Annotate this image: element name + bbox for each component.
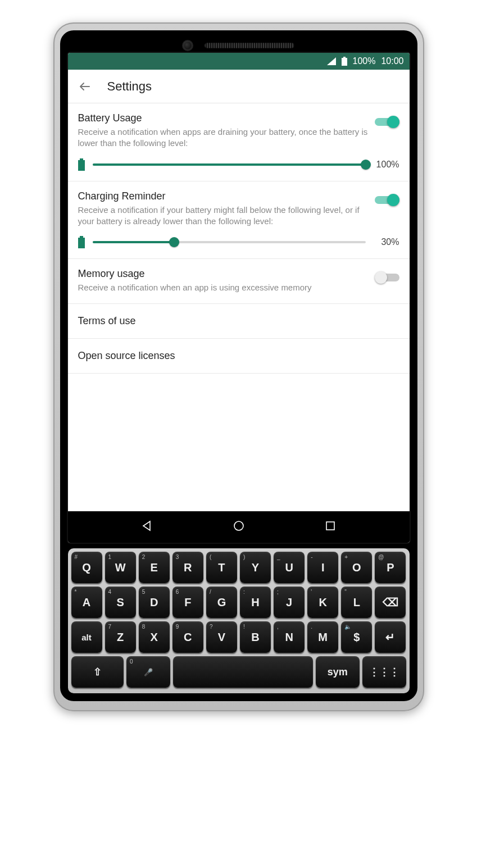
key-w[interactable]: 1W — [105, 552, 136, 583]
nav-home-button[interactable] — [233, 520, 245, 534]
key-k[interactable]: 'K — [307, 587, 338, 618]
key-c[interactable]: 9C — [172, 621, 203, 653]
battery-usage-slider-value: 100% — [374, 160, 399, 170]
battery-icon — [342, 57, 347, 66]
key-b[interactable]: !B — [240, 621, 271, 653]
svg-rect-5 — [80, 236, 83, 238]
key-alt[interactable]: alt — [71, 621, 102, 653]
arrow-left-icon — [78, 80, 92, 93]
key-o[interactable]: +O — [341, 552, 372, 583]
battery-usage-slider-row: 100% — [78, 158, 399, 171]
nav-back-button[interactable] — [141, 520, 153, 534]
app-bar: Settings — [68, 70, 410, 103]
settings-list[interactable]: Battery Usage Receive a notification whe… — [68, 103, 410, 511]
key-shift[interactable]: ⇧ — [71, 656, 124, 688]
key-n[interactable]: ,N — [274, 621, 305, 653]
key-t[interactable]: (T — [206, 552, 237, 583]
earpiece-speaker — [205, 43, 294, 48]
item-battery-usage: Battery Usage Receive a notification whe… — [68, 103, 410, 181]
svg-rect-0 — [342, 58, 347, 66]
key-q[interactable]: #Q — [71, 552, 102, 583]
triangle-back-icon — [141, 520, 153, 532]
nav-recent-button[interactable] — [325, 520, 336, 534]
key-e[interactable]: 2E — [139, 552, 170, 583]
key-p[interactable]: @P — [375, 552, 406, 583]
status-bar: 100% 10:00 — [68, 53, 410, 70]
key-sym[interactable]: sym — [316, 656, 360, 688]
licenses-title: Open source licenses — [78, 350, 399, 362]
battery-usage-desc: Receive a notification when apps are dra… — [78, 126, 369, 149]
key-d[interactable]: 5D — [139, 587, 170, 618]
svg-rect-3 — [80, 158, 83, 160]
key-h[interactable]: :H — [240, 587, 271, 618]
android-nav-bar — [68, 511, 410, 543]
back-button[interactable] — [77, 79, 93, 94]
device-frame: 100% 10:00 Settings Battery Us — [53, 22, 424, 711]
key-$[interactable]: 🔈$ — [341, 621, 372, 653]
mic-icon: 🎤 — [144, 668, 153, 676]
key-s[interactable]: 4S — [105, 587, 136, 618]
page-title: Settings — [107, 79, 152, 94]
battery-small-icon — [78, 236, 85, 248]
svg-point-6 — [234, 521, 243, 530]
charging-reminder-slider[interactable] — [93, 236, 366, 248]
svg-rect-7 — [326, 522, 334, 530]
key-x[interactable]: 8X — [139, 621, 170, 653]
item-memory-usage: Memory usage Receive a notification when… — [68, 259, 410, 304]
key-m[interactable]: .M — [307, 621, 338, 653]
memory-usage-toggle[interactable] — [375, 271, 399, 284]
clock: 10:00 — [381, 56, 403, 66]
circle-home-icon — [233, 520, 245, 532]
item-open-source-licenses[interactable]: Open source licenses — [68, 339, 410, 374]
battery-usage-toggle[interactable] — [375, 116, 399, 128]
battery-usage-title: Battery Usage — [78, 112, 369, 124]
front-camera — [183, 41, 192, 50]
key-z[interactable]: 7Z — [105, 621, 136, 653]
key-⌫[interactable]: ⌫ — [375, 587, 406, 618]
key-f[interactable]: 6F — [172, 587, 203, 618]
memory-usage-title: Memory usage — [78, 268, 369, 280]
keyboard-row-2: *A4S5D6F/G:H;J'K"L⌫ — [71, 587, 406, 618]
key-↵[interactable]: ↵ — [375, 621, 406, 653]
charging-reminder-toggle[interactable] — [375, 194, 399, 206]
battery-percent: 100% — [353, 56, 376, 66]
physical-keyboard: #Q1W2E3R(T)Y_U-I+O@P *A4S5D6F/G:H;J'K"L⌫… — [68, 548, 410, 693]
keyboard-row-3: alt7Z8X9C?V!B,N.M🔈$↵ — [71, 621, 406, 653]
battery-usage-slider[interactable] — [93, 158, 366, 171]
key-y[interactable]: )Y — [240, 552, 271, 583]
svg-rect-1 — [343, 57, 346, 58]
key-grid[interactable]: ⋮⋮⋮ — [362, 656, 406, 688]
key-a[interactable]: *A — [71, 587, 102, 618]
charging-reminder-slider-value: 30% — [374, 237, 399, 247]
terms-title: Terms of use — [78, 315, 399, 327]
battery-small-icon — [78, 158, 85, 171]
key-r[interactable]: 3R — [172, 552, 203, 583]
charging-reminder-title: Charging Reminder — [78, 190, 369, 202]
svg-rect-4 — [78, 238, 85, 248]
item-charging-reminder: Charging Reminder Receive a notification… — [68, 181, 410, 260]
key-u[interactable]: _U — [274, 552, 305, 583]
key-i[interactable]: -I — [307, 552, 338, 583]
charging-reminder-desc: Receive a notification if your battery m… — [78, 204, 369, 228]
signal-icon — [327, 57, 336, 65]
key-j[interactable]: ;J — [274, 587, 305, 618]
screen: 100% 10:00 Settings Battery Us — [68, 53, 410, 543]
key-v[interactable]: ?V — [206, 621, 237, 653]
earpiece-area — [60, 38, 417, 53]
svg-rect-2 — [78, 160, 85, 171]
keyboard-row-1: #Q1W2E3R(T)Y_U-I+O@P — [71, 552, 406, 583]
item-terms-of-use[interactable]: Terms of use — [68, 304, 410, 339]
key-g[interactable]: /G — [206, 587, 237, 618]
square-recent-icon — [325, 520, 336, 531]
charging-reminder-slider-row: 30% — [78, 236, 399, 248]
key-zero[interactable]: 0 🎤 — [126, 656, 170, 688]
keyboard-row-bottom: ⇧ 0 🎤 sym ⋮⋮⋮ — [71, 656, 406, 688]
key-l[interactable]: "L — [341, 587, 372, 618]
memory-usage-desc: Receive a notification when an app is us… — [78, 282, 369, 293]
device-bezel: 100% 10:00 Settings Battery Us — [60, 30, 417, 701]
key-space[interactable] — [173, 656, 313, 688]
